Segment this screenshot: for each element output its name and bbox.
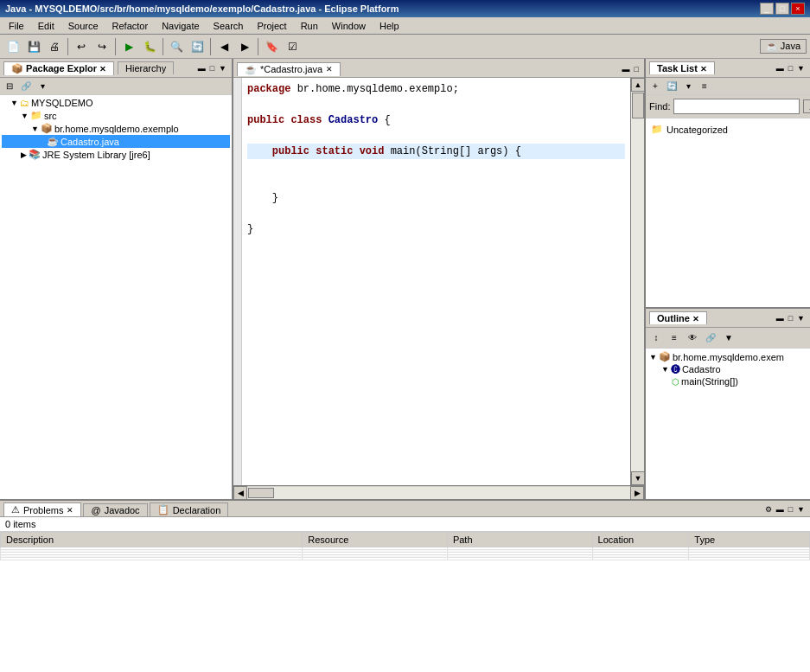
close-problems-tab[interactable]: ✕ bbox=[67, 506, 73, 515]
editor-vscrollbar[interactable]: ▲ ▼ bbox=[630, 78, 644, 485]
outline-class-expand-icon[interactable]: ▼ bbox=[661, 365, 669, 374]
tab-javadoc[interactable]: @ Javadoc bbox=[83, 503, 147, 516]
bottom-settings-icon[interactable]: ⚙ bbox=[763, 504, 774, 515]
tab-outline[interactable]: Outline ✕ bbox=[649, 311, 707, 324]
col-resource[interactable]: Resource bbox=[303, 533, 448, 547]
editor-hscrollbar[interactable]: ◀ ▶ bbox=[233, 485, 644, 499]
uncategorized-item[interactable]: 📁 Uncategorized bbox=[649, 122, 807, 137]
col-description[interactable]: Description bbox=[1, 533, 303, 547]
link-with-editor-button[interactable]: 🔗 bbox=[18, 79, 34, 94]
find-all-button[interactable]: All bbox=[803, 99, 810, 113]
outline-hide-button[interactable]: 👁 bbox=[684, 330, 701, 347]
new-button[interactable]: 📄 bbox=[3, 37, 22, 56]
menu-run[interactable]: Run bbox=[296, 20, 323, 32]
menu-source[interactable]: Source bbox=[63, 20, 104, 32]
task-max-icon[interactable]: □ bbox=[787, 63, 794, 74]
scroll-track[interactable] bbox=[631, 92, 644, 471]
close-task-tab[interactable]: ✕ bbox=[700, 65, 707, 74]
save-button[interactable]: 💾 bbox=[24, 37, 43, 56]
tab-package-explorer[interactable]: 📦 Package Explor ✕ bbox=[3, 61, 114, 75]
expand-icon-mysqldemo[interactable]: ▼ bbox=[10, 99, 18, 107]
expand-icon-jre[interactable]: ▶ bbox=[21, 150, 27, 159]
outline-max-icon[interactable]: □ bbox=[787, 313, 794, 323]
filter-task-button[interactable]: ▾ bbox=[680, 79, 696, 94]
outline-expand-icon[interactable]: ▼ bbox=[649, 353, 657, 362]
minimize-panel-icon[interactable]: ▬ bbox=[196, 63, 207, 74]
tree-item-src[interactable]: ▼ 📁 src bbox=[2, 109, 230, 122]
menu-refactor[interactable]: Refactor bbox=[107, 20, 154, 32]
run-button[interactable]: ▶ bbox=[119, 37, 138, 56]
scroll-down-button[interactable]: ▼ bbox=[631, 471, 644, 485]
redo-button[interactable]: ↪ bbox=[92, 37, 112, 56]
perspective-button[interactable]: ☕ Java bbox=[760, 39, 807, 54]
tree-item-package[interactable]: ▼ 📦 br.home.mysqldemo.exemplo bbox=[2, 122, 230, 135]
bottom-max-icon[interactable]: □ bbox=[787, 504, 794, 515]
editor-min-icon[interactable]: ▬ bbox=[621, 64, 632, 74]
menu-edit[interactable]: Edit bbox=[33, 20, 60, 32]
bottom-menu-icon[interactable]: ▼ bbox=[795, 504, 807, 515]
bookmark-button[interactable]: 🔖 bbox=[262, 37, 281, 56]
next-button[interactable]: ▶ bbox=[235, 37, 254, 56]
menu-window[interactable]: Window bbox=[327, 20, 371, 32]
close-outline-tab[interactable]: ✕ bbox=[692, 315, 699, 323]
outline-item-package[interactable]: ▼ 📦 br.home.mysqldemo.exem bbox=[647, 350, 808, 363]
scroll-right-button[interactable]: ▶ bbox=[630, 486, 644, 500]
scroll-thumb[interactable] bbox=[632, 93, 644, 118]
outline-item-method[interactable]: ⬡ main(String[]) bbox=[647, 375, 808, 387]
menu-navigate[interactable]: Navigate bbox=[156, 20, 204, 32]
editor-tab-cadastro[interactable]: ☕ *Cadastro.java ✕ bbox=[237, 62, 341, 76]
outline-link-button[interactable]: 🔗 bbox=[702, 330, 719, 347]
explorer-menu-button[interactable]: ▾ bbox=[35, 79, 50, 94]
tab-problems[interactable]: ⚠ Problems ✕ bbox=[3, 502, 81, 516]
expand-icon-pkg[interactable]: ▼ bbox=[31, 125, 39, 133]
outline-min-icon[interactable]: ▬ bbox=[775, 313, 786, 323]
menu-help[interactable]: Help bbox=[374, 20, 405, 32]
new-task-button[interactable]: + bbox=[647, 79, 663, 94]
close-button[interactable]: × bbox=[791, 3, 805, 15]
refresh-button[interactable]: 🔄 bbox=[188, 37, 207, 56]
tab-hierarchy[interactable]: Hierarchy bbox=[118, 61, 174, 74]
scroll-left-button[interactable]: ◀ bbox=[233, 486, 247, 500]
view-menu-icon[interactable]: ▼ bbox=[217, 63, 228, 74]
col-location[interactable]: Location bbox=[592, 533, 689, 547]
close-editor-tab-icon[interactable]: ✕ bbox=[326, 65, 333, 74]
scroll-up-button[interactable]: ▲ bbox=[631, 78, 644, 92]
task-menu-icon[interactable]: ▼ bbox=[795, 63, 807, 74]
hscroll-track[interactable] bbox=[247, 487, 630, 499]
bottom-min-icon[interactable]: ▬ bbox=[775, 504, 786, 515]
expand-icon-src[interactable]: ▼ bbox=[21, 112, 29, 120]
col-type[interactable]: Type bbox=[689, 533, 810, 547]
undo-button[interactable]: ↩ bbox=[72, 37, 91, 56]
task-min-icon[interactable]: ▬ bbox=[775, 63, 786, 74]
outline-sort-button[interactable]: ↕ bbox=[647, 330, 665, 347]
print-button[interactable]: 🖨 bbox=[45, 37, 64, 56]
find-input[interactable] bbox=[673, 99, 800, 114]
tree-item-jre[interactable]: ▶ 📚 JRE System Library [jre6] bbox=[2, 148, 230, 161]
debug-button[interactable]: 🐛 bbox=[140, 37, 159, 56]
col-path[interactable]: Path bbox=[447, 533, 592, 547]
editor-max-icon[interactable]: □ bbox=[633, 64, 641, 74]
outline-item-class[interactable]: ▼ 🅒 Cadastro bbox=[647, 363, 808, 375]
collapse-all-button[interactable]: ⊟ bbox=[2, 79, 17, 94]
outline-filter-button[interactable]: ≡ bbox=[666, 330, 683, 347]
maximize-button[interactable]: □ bbox=[775, 3, 789, 15]
tab-task-list[interactable]: Task List ✕ bbox=[649, 61, 715, 74]
search-toolbar-button[interactable]: 🔍 bbox=[167, 37, 186, 56]
task-menu2-button[interactable]: ≡ bbox=[697, 79, 712, 94]
outline-menu-icon[interactable]: ▼ bbox=[795, 313, 807, 323]
refresh-task-button[interactable]: 🔄 bbox=[664, 79, 679, 94]
menu-project[interactable]: Project bbox=[252, 20, 291, 32]
tree-item-mysqldemo[interactable]: ▼ 🗂 MYSQLDEMO bbox=[2, 97, 230, 109]
code-editor[interactable]: package br.home.mysqldemo.exemplo; publi… bbox=[242, 78, 630, 485]
tab-declaration[interactable]: 📋 Declaration bbox=[150, 502, 229, 516]
hscroll-thumb[interactable] bbox=[248, 488, 274, 498]
close-tab-icon[interactable]: ✕ bbox=[99, 65, 106, 74]
outline-menu2-button[interactable]: ▼ bbox=[720, 330, 737, 347]
menu-search[interactable]: Search bbox=[208, 20, 249, 32]
menu-file[interactable]: File bbox=[3, 20, 29, 32]
minimize-button[interactable]: _ bbox=[760, 3, 774, 15]
task-button[interactable]: ☑ bbox=[283, 37, 302, 56]
maximize-panel-icon[interactable]: □ bbox=[208, 63, 216, 74]
tree-item-cadastro[interactable]: ☕ Cadastro.java bbox=[2, 135, 230, 148]
prev-button[interactable]: ◀ bbox=[214, 37, 233, 56]
